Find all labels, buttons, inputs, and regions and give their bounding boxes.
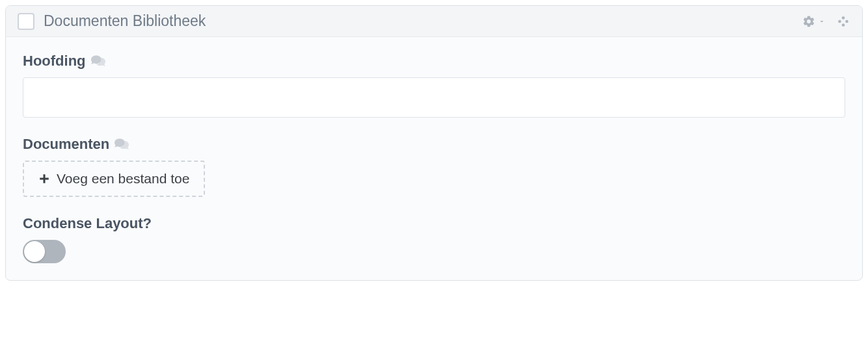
panel-header: Documenten Bibliotheek — [6, 6, 862, 37]
svg-point-1 — [838, 20, 841, 23]
condense-label: Condense Layout? — [23, 215, 152, 232]
header-actions — [802, 14, 850, 29]
toggle-knob — [24, 241, 45, 262]
panel-select-checkbox[interactable] — [18, 13, 34, 30]
svg-point-2 — [845, 20, 848, 23]
document-library-panel: Documenten Bibliotheek — [5, 5, 863, 281]
add-file-button[interactable]: Voeg een bestand toe — [23, 161, 205, 197]
heading-field-group: Hoofding — [23, 53, 845, 118]
comment-icon[interactable] — [91, 55, 105, 67]
comment-icon[interactable] — [115, 138, 129, 150]
drag-handle[interactable] — [836, 14, 850, 29]
condense-toggle[interactable] — [23, 240, 66, 263]
condense-label-row: Condense Layout? — [23, 215, 845, 232]
svg-point-0 — [842, 16, 845, 20]
heading-label-row: Hoofding — [23, 53, 845, 70]
heading-input[interactable] — [23, 77, 845, 118]
panel-title: Documenten Bibliotheek — [44, 12, 802, 30]
add-file-label: Voeg een bestand toe — [57, 171, 189, 187]
heading-label: Hoofding — [23, 53, 86, 70]
chevron-down-icon — [818, 18, 826, 25]
gear-icon — [802, 15, 815, 28]
plus-icon — [38, 173, 50, 185]
svg-point-3 — [842, 23, 845, 27]
documents-field-group: Documenten Voeg een bestand toe — [23, 136, 845, 197]
panel-body: Hoofding Documenten — [6, 37, 862, 280]
condense-field-group: Condense Layout? — [23, 215, 845, 263]
documents-label: Documenten — [23, 136, 109, 153]
settings-dropdown[interactable] — [802, 15, 826, 28]
documents-label-row: Documenten — [23, 136, 845, 153]
